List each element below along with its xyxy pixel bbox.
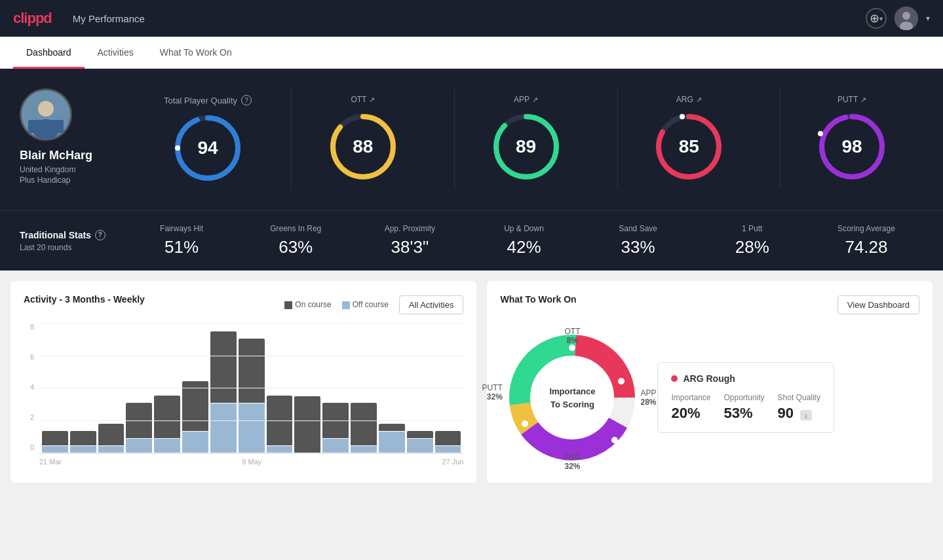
app-label: APP ↗ <box>514 95 538 104</box>
chart-x-axis: 21 Mar 9 May 27 Jun <box>39 458 463 466</box>
stat-proximity: App. Proximity 38'3" <box>353 224 467 257</box>
top-nav: clippd My Performance ⊕ ▾ ▾ <box>0 0 943 37</box>
app-card: APP ↗ 89 <box>454 88 598 189</box>
bar-group <box>294 396 320 453</box>
svg-point-26 <box>618 378 625 384</box>
chart-header: Activity - 3 Months - Weekly On course O… <box>24 294 463 315</box>
svg-point-28 <box>522 420 528 427</box>
player-info: Blair McHarg United Kingdom Plus Handica… <box>20 88 125 185</box>
seg-label-ott: OTT 8% <box>564 327 580 345</box>
bottom-panels: Activity - 3 Months - Weekly On course O… <box>0 271 943 493</box>
svg-rect-6 <box>28 120 64 133</box>
putt-value: 98 <box>842 136 862 157</box>
app-value: 89 <box>516 136 536 157</box>
stat-fairways: Fairways Hit 51% <box>125 224 239 257</box>
ott-card: OTT ↗ 88 <box>291 88 434 189</box>
svg-point-27 <box>611 437 618 443</box>
bar-group <box>70 431 96 453</box>
trad-stats-info-icon[interactable]: ? <box>95 230 106 240</box>
svg-point-25 <box>569 345 575 351</box>
app-circle: 89 <box>490 111 562 183</box>
tab-what-to-work-on[interactable]: What To Work On <box>147 37 245 69</box>
wtwo-content: Importance To Scoring OTT 8% APP 28% ARG… <box>500 326 919 470</box>
bar-group <box>407 431 433 453</box>
tab-activities[interactable]: Activities <box>85 37 147 69</box>
chart-title: Activity - 3 Months - Weekly <box>24 294 145 305</box>
shot-quality-badge: ↓ <box>800 410 812 420</box>
ott-label: OTT ↗ <box>351 95 375 104</box>
seg-label-putt: PUTT 32% <box>482 383 502 401</box>
bar-group <box>267 396 293 453</box>
bar-group <box>322 403 349 453</box>
tpq-card: Total Player Quality ? 94 <box>144 88 271 191</box>
wtwo-title: What To Work On <box>500 294 576 305</box>
bar-group <box>98 424 125 453</box>
tabs-bar: Dashboard Activities What To Work On <box>0 37 943 69</box>
svg-point-9 <box>175 145 180 151</box>
ott-circle: 88 <box>327 111 399 183</box>
putt-card: PUTT ↗ 98 <box>780 88 923 189</box>
chart-y-axis: 8 6 4 2 0 <box>24 323 34 454</box>
arg-value: 85 <box>679 136 699 157</box>
svg-point-4 <box>38 101 54 117</box>
putt-label: PUTT ↗ <box>837 95 866 104</box>
putt-circle: 98 <box>816 111 888 183</box>
bar-group <box>126 403 152 453</box>
arg-circle: 85 <box>653 111 725 183</box>
chart-area: 21 Mar 9 May 27 Jun <box>39 323 463 466</box>
arg-opportunity: Opportunity 53% <box>724 393 765 422</box>
all-activities-button[interactable]: All Activities <box>399 295 464 314</box>
svg-point-1 <box>902 12 910 20</box>
view-dashboard-button[interactable]: View Dashboard <box>837 295 919 314</box>
player-handicap: Plus Handicap <box>20 176 70 185</box>
bar-group <box>210 331 237 453</box>
donut-center-label: Importance To Scoring <box>549 385 595 411</box>
player-name: Blair McHarg <box>20 149 92 162</box>
tpq-circle: 94 <box>172 112 244 184</box>
wtwo-header: What To Work On View Dashboard <box>500 294 919 315</box>
add-button[interactable]: ⊕ ▾ <box>866 8 887 29</box>
user-avatar[interactable] <box>895 7 918 30</box>
arg-shot-quality: Shot Quality 90 ↓ <box>778 393 820 422</box>
arg-metrics: Importance 20% Opportunity 53% Shot Qual… <box>671 393 820 422</box>
player-country: United Kingdom <box>20 165 75 174</box>
wtwo-panel: What To Work On View Dashboard <box>487 281 933 483</box>
chart-bars-area <box>39 323 463 454</box>
stat-greens: Greens In Reg 63% <box>239 224 353 257</box>
chart-legend: On course Off course <box>284 300 389 309</box>
arg-card-dot <box>671 375 678 382</box>
nav-title: My Performance <box>73 13 145 24</box>
bar-group <box>379 424 405 453</box>
hero-section: Blair McHarg United Kingdom Plus Handica… <box>0 69 943 210</box>
arg-score-card: ARG ↗ 85 <box>617 88 761 189</box>
bar-group <box>154 396 180 453</box>
chart-body: 8 6 4 2 0 <box>24 323 463 466</box>
arg-label: ARG ↗ <box>676 95 702 104</box>
tpq-value: 94 <box>197 138 218 159</box>
arg-detail-card: ARG Rough Importance 20% Opportunity 53%… <box>657 362 834 433</box>
user-dropdown-arrow[interactable]: ▾ <box>926 14 930 23</box>
player-avatar <box>20 88 72 141</box>
tpq-label: Total Player Quality ? <box>164 95 252 105</box>
bar-group <box>42 431 68 453</box>
tpq-info-icon[interactable]: ? <box>241 95 252 105</box>
logo: clippd <box>13 10 52 27</box>
trad-stats-label: Traditional Stats ? Last 20 rounds <box>20 230 125 252</box>
tab-dashboard[interactable]: Dashboard <box>13 37 85 69</box>
arg-importance: Importance 20% <box>671 393 710 422</box>
bar-group <box>435 431 461 453</box>
activity-panel: Activity - 3 Months - Weekly On course O… <box>10 281 476 483</box>
stat-oneputt: 1 Putt 28% <box>695 224 809 257</box>
ott-value: 88 <box>353 136 373 157</box>
stat-sandsave: Sand Save 33% <box>581 224 695 257</box>
seg-label-app: APP 28% <box>640 388 656 407</box>
nav-right: ⊕ ▾ ▾ <box>866 7 930 30</box>
donut-area: Importance To Scoring OTT 8% APP 28% ARG… <box>500 326 644 470</box>
bar-group <box>182 381 208 453</box>
seg-label-arg: ARG 32% <box>564 453 581 471</box>
bar-group <box>239 339 265 453</box>
trad-stats-section: Traditional Stats ? Last 20 rounds Fairw… <box>0 210 943 271</box>
bar-group <box>351 403 377 453</box>
stat-updown: Up & Down 42% <box>467 224 581 257</box>
bars-container <box>39 323 463 453</box>
